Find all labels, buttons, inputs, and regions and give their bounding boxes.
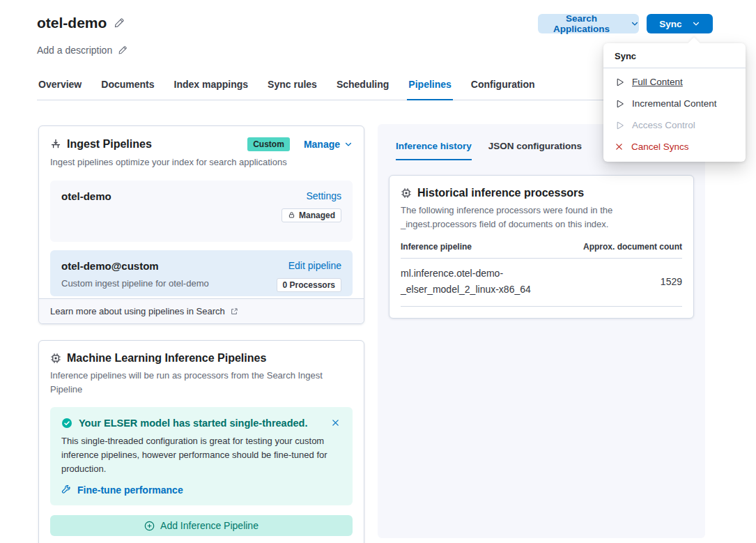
- pipelines-page: otel-demo Add a description Search Appli…: [0, 0, 756, 543]
- add-description[interactable]: Add a description: [37, 45, 128, 56]
- tab-pipelines[interactable]: Pipelines: [407, 76, 452, 100]
- menu-item-label: Incremental Content: [632, 98, 717, 109]
- column-header-doc-count: Approx. document count: [583, 242, 682, 252]
- edit-pipeline-link[interactable]: Edit pipeline: [288, 260, 341, 271]
- ingest-pipelines-description: Ingest pipelines optimize your index for…: [50, 155, 353, 169]
- plus-circle-icon: [144, 521, 155, 531]
- ingest-pipelines-title: Ingest Pipelines: [67, 138, 152, 151]
- tab-index-mappings[interactable]: Index mappings: [173, 76, 250, 100]
- tab-json-configurations[interactable]: JSON configurations: [488, 141, 582, 160]
- pipeline-row-otel-demo: otel-demo Settings Managed: [50, 181, 353, 242]
- custom-badge: Custom: [247, 137, 290, 151]
- check-circle-icon: [61, 418, 72, 429]
- menu-item-incremental-content[interactable]: Incremental Content: [603, 93, 746, 114]
- edit-title-pencil-icon[interactable]: [114, 17, 125, 29]
- chevron-down-icon: [631, 20, 639, 28]
- pipeline-row-otel-demo-custom: otel-demo@custom Custom ingest pipeline …: [50, 250, 353, 296]
- historical-card-title: Historical inference processors: [417, 187, 584, 199]
- lock-icon: [288, 211, 295, 219]
- table-row: ml.inference.otel-demo-_elser_model_2_li…: [401, 259, 682, 307]
- menu-item-label: Cancel Syncs: [631, 142, 689, 152]
- search-applications-label: Search Applications: [538, 13, 625, 34]
- menu-item-full-content[interactable]: Full Content: [603, 71, 746, 93]
- ml-card-title: Machine Learning Inference Pipelines: [67, 352, 266, 365]
- managed-badge-label: Managed: [299, 211, 335, 220]
- menu-item-label: Access Control: [632, 120, 695, 130]
- elser-success-callout: Your ELSER model has started single-thre…: [50, 407, 353, 505]
- settings-link[interactable]: Settings: [306, 190, 341, 201]
- tab-scheduling[interactable]: Scheduling: [335, 76, 390, 100]
- pipeline-name: otel-demo: [61, 190, 111, 232]
- search-applications-button[interactable]: Search Applications: [538, 14, 639, 33]
- cross-icon: [615, 142, 624, 151]
- tab-configuration[interactable]: Configuration: [470, 76, 537, 100]
- menu-item-cancel-syncs[interactable]: Cancel Syncs: [603, 136, 746, 158]
- column-header-inference-pipeline: Inference pipeline: [401, 242, 472, 252]
- external-link-icon: [230, 307, 238, 316]
- callout-title: Your ELSER model has started single-thre…: [79, 418, 323, 429]
- fine-tune-performance-link[interactable]: Fine-tune performance: [61, 484, 341, 496]
- sync-button-label: Sync: [659, 19, 681, 29]
- cpu-icon: [401, 188, 412, 199]
- play-icon: [615, 99, 624, 109]
- index-name: otel-demo: [37, 15, 107, 31]
- tab-inference-history[interactable]: Inference history: [396, 141, 472, 160]
- ml-inference-pipelines-card: Machine Learning Inference Pipelines Inf…: [38, 340, 364, 543]
- tab-overview[interactable]: Overview: [37, 76, 83, 100]
- page-title: otel-demo: [37, 15, 125, 31]
- pipeline-description: Custom ingest pipeline for otel-demo: [61, 278, 209, 289]
- edit-description-pencil-icon: [118, 45, 128, 55]
- manage-dropdown[interactable]: Manage: [304, 139, 353, 150]
- sync-button[interactable]: Sync: [647, 14, 713, 33]
- fine-tune-performance-label: Fine-tune performance: [77, 484, 183, 496]
- historical-card-description: The following inference processors were …: [401, 204, 682, 231]
- close-icon[interactable]: [330, 417, 341, 429]
- add-inference-pipeline-label: Add Inference Pipeline: [160, 520, 259, 531]
- manage-label: Manage: [304, 139, 340, 150]
- pipeline-icon: [50, 139, 61, 150]
- menu-item-access-control: Access Control: [603, 114, 746, 136]
- historical-inference-processors-card: Historical inference processors The foll…: [389, 175, 694, 319]
- add-inference-pipeline-button[interactable]: Add Inference Pipeline: [50, 515, 353, 536]
- menu-item-label: Full Content: [632, 77, 683, 87]
- play-icon: [615, 77, 624, 87]
- sync-popover-title: Sync: [603, 43, 746, 68]
- cell-pipeline-name: ml.inference.otel-demo-_elser_model_2_li…: [401, 266, 568, 298]
- ingest-pipelines-card: Ingest Pipelines Custom Manage Ingest pi…: [38, 125, 364, 324]
- chevron-down-icon[interactable]: [692, 20, 700, 28]
- chevron-down-icon: [344, 140, 353, 148]
- callout-body: This single-threaded configuration is gr…: [61, 434, 341, 476]
- cpu-icon: [50, 353, 61, 364]
- add-description-label: Add a description: [37, 45, 112, 56]
- inference-panel: Inference history JSON configurations Hi…: [378, 124, 705, 538]
- inference-processors-table: Inference pipeline Approx. document coun…: [401, 242, 682, 307]
- pipeline-name: otel-demo@custom: [61, 260, 159, 272]
- play-icon: [615, 121, 624, 130]
- sync-popover: Sync Full Content Incremental Content Ac…: [603, 43, 746, 162]
- ml-card-description: Inference pipelines will be run as proce…: [50, 369, 353, 396]
- managed-badge: Managed: [281, 208, 341, 222]
- cell-doc-count: 1529: [661, 276, 682, 287]
- pipelines-learn-more-link[interactable]: Learn more about using pipelines in Sear…: [39, 298, 364, 323]
- wrench-icon: [61, 485, 71, 495]
- tab-sync-rules[interactable]: Sync rules: [266, 76, 318, 100]
- learn-more-label: Learn more about using pipelines in Sear…: [50, 306, 225, 316]
- processors-count-badge: 0 Processors: [277, 278, 341, 292]
- tab-documents[interactable]: Documents: [100, 76, 155, 100]
